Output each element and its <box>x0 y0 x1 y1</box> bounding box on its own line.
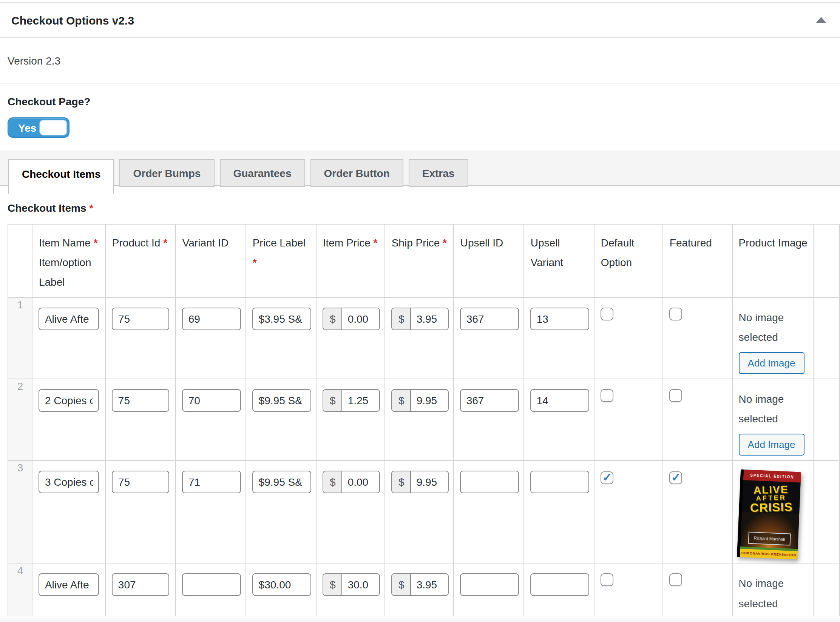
item-price-input[interactable] <box>343 471 380 493</box>
default-option-checkbox[interactable] <box>601 307 614 320</box>
variant-id-input[interactable] <box>182 573 241 596</box>
ship-price-input-group: $ <box>392 389 449 412</box>
book-author: Richard Marshall <box>748 532 791 546</box>
product-id-input[interactable] <box>112 573 170 596</box>
item-price-input[interactable] <box>343 390 380 411</box>
table-cell <box>246 297 317 379</box>
item-price-input-group: $ <box>323 573 380 596</box>
table-cell <box>106 379 176 460</box>
column-header: Item Price * <box>317 224 385 297</box>
upsell-variant-input[interactable] <box>531 307 590 330</box>
upsell-variant-input[interactable] <box>531 573 590 596</box>
table-cell: $ <box>385 563 454 622</box>
table-cell: $ <box>317 297 385 379</box>
item-price-input-group: $ <box>323 471 380 493</box>
product-image-cell: SPECIAL EDITIONALIVEAFTERCRISISRichard M… <box>732 460 813 563</box>
item-name-input[interactable] <box>39 389 99 412</box>
column-header: Price Label * <box>246 224 317 297</box>
table-header-row: Item Name *Item/option LabelProduct Id *… <box>8 224 840 297</box>
column-header: Product Id * <box>106 224 176 297</box>
checkout-page-label: Checkout Page? <box>8 95 832 108</box>
item-price-input[interactable] <box>343 308 380 329</box>
item-name-input[interactable] <box>39 471 99 493</box>
no-image-text: No image selected <box>739 573 802 613</box>
column-header: Item Name *Item/option Label <box>32 224 106 297</box>
default-option-checkbox[interactable] <box>601 471 614 484</box>
table-cell <box>32 460 106 563</box>
tab-extras[interactable]: Extras <box>409 159 468 187</box>
checkout-page-toggle[interactable]: Yes <box>8 117 69 138</box>
ship-price-input-group: $ <box>392 307 449 330</box>
table-cell <box>454 460 524 563</box>
table-cell <box>594 297 663 379</box>
default-option-checkbox[interactable] <box>601 573 614 586</box>
toggle-knob[interactable] <box>39 120 67 135</box>
ship-price-input[interactable] <box>411 390 448 411</box>
variant-id-input[interactable] <box>182 471 241 493</box>
product-id-input[interactable] <box>112 307 170 330</box>
ship-price-input[interactable] <box>411 308 448 329</box>
featured-checkbox[interactable] <box>670 471 682 484</box>
column-header: Featured <box>663 224 732 297</box>
ship-price-input[interactable] <box>411 574 448 595</box>
table-cell <box>32 379 106 460</box>
table-cell: $ <box>317 379 385 460</box>
table-cell <box>176 563 246 622</box>
required-asterisk: * <box>160 237 167 249</box>
book-cover: SPECIAL EDITIONALIVEAFTERCRISISRichard M… <box>737 470 801 560</box>
upsell-id-input[interactable] <box>460 389 519 412</box>
upsell-id-input[interactable] <box>460 307 519 330</box>
product-id-input[interactable] <box>112 389 170 412</box>
column-header <box>813 224 840 297</box>
row-number: 2 <box>8 379 32 460</box>
item-price-input[interactable] <box>343 574 380 595</box>
item-price-input-group: $ <box>323 389 380 412</box>
featured-checkbox[interactable] <box>670 307 682 320</box>
product-id-input[interactable] <box>112 471 170 493</box>
column-header <box>8 224 32 297</box>
price-label-input[interactable] <box>253 307 312 330</box>
product-image[interactable]: SPECIAL EDITIONALIVEAFTERCRISISRichard M… <box>737 470 801 560</box>
triangle-up-icon <box>816 17 826 23</box>
price-label-input[interactable] <box>253 471 312 493</box>
add-image-button[interactable]: Add Image <box>739 434 804 456</box>
table-cell <box>454 297 524 379</box>
upsell-id-input[interactable] <box>460 471 519 493</box>
upsell-variant-input[interactable] <box>531 471 590 493</box>
book-edition-banner: SPECIAL EDITION <box>743 470 801 483</box>
upsell-variant-input[interactable] <box>531 389 590 412</box>
add-image-button[interactable]: Add Image <box>739 352 804 374</box>
featured-checkbox[interactable] <box>670 389 682 402</box>
required-asterisk: * <box>440 237 447 249</box>
item-name-input[interactable] <box>39 307 99 330</box>
currency-prefix: $ <box>392 471 411 493</box>
tab-checkout-items[interactable]: Checkout Items <box>8 159 114 194</box>
featured-checkbox[interactable] <box>670 573 682 586</box>
table-row: 2$$No image selectedAdd Image <box>8 379 840 460</box>
table-cell <box>663 379 732 460</box>
book-cover-art: Richard Marshall <box>740 512 799 549</box>
currency-prefix: $ <box>392 390 411 411</box>
tab-guarantees[interactable]: Guarantees <box>219 159 305 187</box>
default-option-checkbox[interactable] <box>601 389 614 402</box>
tab-bar: Checkout ItemsOrder BumpsGuaranteesOrder… <box>0 151 840 186</box>
collapse-toggle-button[interactable] <box>813 12 829 28</box>
spacer-cell <box>813 563 840 622</box>
tab-order-bumps[interactable]: Order Bumps <box>120 159 215 187</box>
item-name-input[interactable] <box>39 573 99 596</box>
product-image-cell: No image selectedAdd Image <box>732 297 813 379</box>
table-cell <box>106 460 176 563</box>
product-image-cell: No image selectedAdd Image <box>732 379 813 460</box>
tab-order-button[interactable]: Order Button <box>310 159 403 187</box>
table-cell <box>176 379 246 460</box>
table-row: 4$$No image selectedAdd Image <box>8 563 840 622</box>
variant-id-input[interactable] <box>182 307 241 330</box>
price-label-input[interactable] <box>253 389 312 412</box>
required-asterisk: * <box>253 256 257 268</box>
ship-price-input[interactable] <box>411 471 448 493</box>
variant-id-input[interactable] <box>182 389 241 412</box>
price-label-input[interactable] <box>253 573 312 596</box>
upsell-id-input[interactable] <box>460 573 519 596</box>
section-title-text: Checkout Items <box>8 202 86 214</box>
toggle-on-label: Yes <box>8 122 36 134</box>
